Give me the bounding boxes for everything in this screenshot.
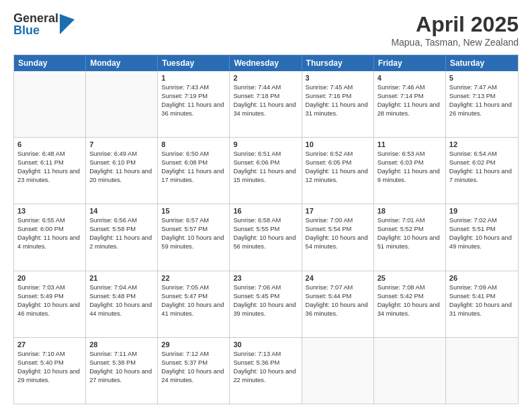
daylight-line: Daylight: 10 hours and 34 minutes. [378,301,442,318]
cal-cell: 12Sunrise: 6:54 AMSunset: 6:02 PMDayligh… [446,138,518,203]
cal-header-thursday: Thursday [302,55,374,71]
sunset-line: Sunset: 6:00 PM [17,225,82,234]
daylight-line: Daylight: 11 hours and 31 minutes. [306,101,370,118]
day-number: 27 [17,340,82,349]
cal-cell: 27Sunrise: 7:10 AMSunset: 5:40 PMDayligh… [14,338,86,404]
sunset-line: Sunset: 5:42 PM [378,292,442,301]
sunset-line: Sunset: 6:11 PM [17,158,82,167]
day-number: 6 [17,140,82,148]
cal-cell [14,71,86,137]
cal-cell [446,338,518,404]
cal-cell: 17Sunrise: 7:00 AMSunset: 5:54 PMDayligh… [302,204,374,270]
cal-cell: 16Sunrise: 6:58 AMSunset: 5:55 PMDayligh… [230,204,302,270]
sunset-line: Sunset: 5:49 PM [17,292,82,301]
day-number: 19 [449,207,515,215]
daylight-line: Daylight: 10 hours and 54 minutes. [306,234,370,251]
sunset-line: Sunset: 6:03 PM [378,158,442,167]
sunrise-line: Sunrise: 6:49 AM [89,150,154,158]
sunset-line: Sunset: 7:13 PM [449,92,515,101]
day-number: 15 [161,207,226,215]
sunrise-line: Sunrise: 6:58 AM [233,216,298,225]
daylight-line: Daylight: 10 hours and 27 minutes. [89,367,154,385]
cal-cell: 3Sunrise: 7:45 AMSunset: 7:16 PMDaylight… [302,71,374,137]
cal-cell: 29Sunrise: 7:12 AMSunset: 5:37 PMDayligh… [158,338,230,404]
cal-week-1: 1Sunrise: 7:43 AMSunset: 7:19 PMDaylight… [14,71,518,137]
day-number: 14 [89,207,154,215]
sunset-line: Sunset: 6:05 PM [306,158,370,167]
day-number: 12 [449,140,515,148]
cal-cell [302,338,374,404]
day-number: 23 [233,274,298,282]
sunset-line: Sunset: 7:19 PM [161,92,226,101]
daylight-line: Daylight: 10 hours and 41 minutes. [161,301,226,318]
header: General Blue April 2025 Mapua, Tasman, N… [13,12,519,48]
cal-week-4: 20Sunrise: 7:03 AMSunset: 5:49 PMDayligh… [14,271,518,337]
daylight-line: Daylight: 10 hours and 29 minutes. [17,367,82,385]
daylight-line: Daylight: 11 hours and 36 minutes. [161,101,226,118]
cal-cell: 20Sunrise: 7:03 AMSunset: 5:49 PMDayligh… [14,271,86,337]
daylight-line: Daylight: 11 hours and 15 minutes. [233,167,298,185]
sunrise-line: Sunrise: 7:04 AM [89,283,154,292]
day-number: 24 [306,274,370,282]
sunset-line: Sunset: 5:44 PM [306,292,370,301]
sunset-line: Sunset: 5:51 PM [449,225,515,234]
sunrise-line: Sunrise: 7:09 AM [449,283,515,292]
sunrise-line: Sunrise: 7:02 AM [449,216,515,225]
day-number: 21 [89,274,154,282]
daylight-line: Daylight: 10 hours and 39 minutes. [233,301,298,318]
cal-cell: 7Sunrise: 6:49 AMSunset: 6:10 PMDaylight… [86,138,158,203]
sunrise-line: Sunrise: 6:50 AM [161,150,226,158]
sunrise-line: Sunrise: 6:52 AM [306,150,370,158]
cal-cell: 23Sunrise: 7:06 AMSunset: 5:45 PMDayligh… [230,271,302,337]
sunset-line: Sunset: 5:54 PM [306,225,370,234]
sunset-line: Sunset: 5:37 PM [161,359,226,367]
cal-cell [374,338,446,404]
cal-header-wednesday: Wednesday [230,55,302,71]
daylight-line: Daylight: 11 hours and 7 minutes. [449,167,515,185]
sunrise-line: Sunrise: 7:01 AM [378,216,442,225]
day-number: 13 [17,207,82,215]
sunrise-line: Sunrise: 6:57 AM [161,216,226,225]
daylight-line: Daylight: 10 hours and 44 minutes. [89,301,154,318]
daylight-line: Daylight: 10 hours and 49 minutes. [449,234,515,251]
logo-blue-text: Blue [13,24,58,36]
sunset-line: Sunset: 6:02 PM [449,158,515,167]
calendar-header-row: SundayMondayTuesdayWednesdayThursdayFrid… [14,55,518,71]
cal-cell: 2Sunrise: 7:44 AMSunset: 7:18 PMDaylight… [230,71,302,137]
sunrise-line: Sunrise: 6:56 AM [89,216,154,225]
main-title: April 2025 [391,12,519,37]
daylight-line: Daylight: 10 hours and 24 minutes. [161,367,226,385]
cal-cell: 11Sunrise: 6:53 AMSunset: 6:03 PMDayligh… [374,138,446,203]
sunrise-line: Sunrise: 7:10 AM [17,350,82,359]
sunset-line: Sunset: 5:57 PM [161,225,226,234]
sunrise-line: Sunrise: 6:53 AM [378,150,442,158]
day-number: 7 [89,140,154,148]
sunset-line: Sunset: 5:38 PM [89,359,154,367]
sunset-line: Sunset: 5:41 PM [449,292,515,301]
day-number: 5 [449,74,515,82]
day-number: 16 [233,207,298,215]
day-number: 3 [306,74,370,82]
day-number: 28 [89,340,154,349]
cal-cell: 30Sunrise: 7:13 AMSunset: 5:36 PMDayligh… [230,338,302,404]
daylight-line: Daylight: 11 hours and 23 minutes. [17,167,82,185]
sunrise-line: Sunrise: 7:00 AM [306,216,370,225]
sunset-line: Sunset: 5:47 PM [161,292,226,301]
sunrise-line: Sunrise: 7:44 AM [233,83,298,92]
svg-marker-0 [60,14,75,34]
cal-cell: 8Sunrise: 6:50 AMSunset: 6:08 PMDaylight… [158,138,230,203]
day-number: 22 [161,274,226,282]
day-number: 17 [306,207,370,215]
day-number: 25 [378,274,442,282]
cal-cell: 9Sunrise: 6:51 AMSunset: 6:06 PMDaylight… [230,138,302,203]
cal-cell: 14Sunrise: 6:56 AMSunset: 5:58 PMDayligh… [86,204,158,270]
daylight-line: Daylight: 10 hours and 59 minutes. [161,234,226,251]
cal-cell: 28Sunrise: 7:11 AMSunset: 5:38 PMDayligh… [86,338,158,404]
sunrise-line: Sunrise: 7:13 AM [233,350,298,359]
cal-cell: 21Sunrise: 7:04 AMSunset: 5:48 PMDayligh… [86,271,158,337]
daylight-line: Daylight: 10 hours and 46 minutes. [17,301,82,318]
sunrise-line: Sunrise: 7:05 AM [161,283,226,292]
sunset-line: Sunset: 7:14 PM [378,92,442,101]
cal-cell: 1Sunrise: 7:43 AMSunset: 7:19 PMDaylight… [158,71,230,137]
sunrise-line: Sunrise: 7:08 AM [378,283,442,292]
